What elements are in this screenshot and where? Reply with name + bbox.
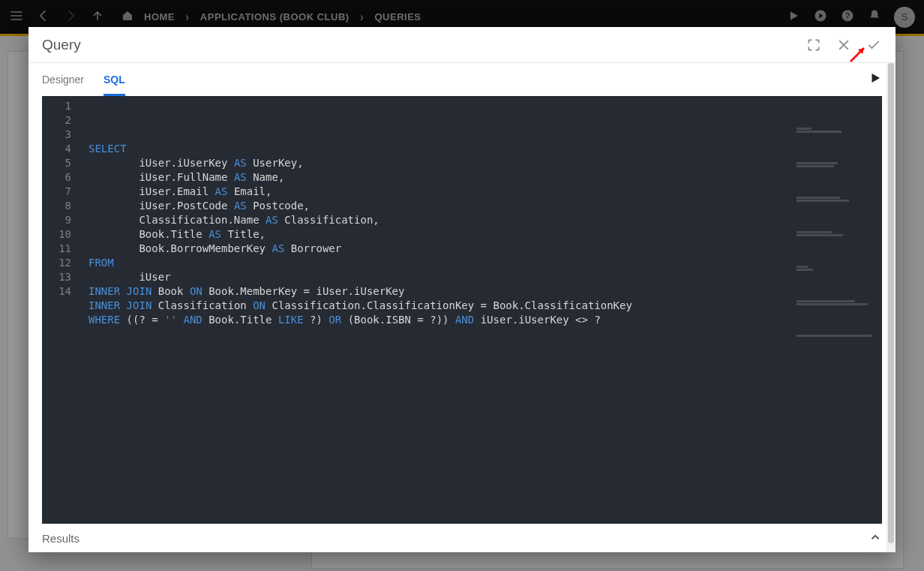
scrollbar-thumb[interactable] — [888, 63, 894, 543]
code-area[interactable]: SELECT iUser.iUserKey AS UserKey, iUser.… — [81, 96, 882, 524]
query-modal: Query Designer SQL 1234567891011121314 — [28, 27, 896, 552]
modal-tabs: Designer SQL — [28, 63, 896, 96]
modal-header: Query — [28, 27, 896, 63]
tab-sql[interactable]: SQL — [104, 63, 125, 96]
results-label: Results — [42, 532, 80, 545]
fullscreen-icon[interactable] — [806, 37, 822, 53]
run-query-button[interactable] — [868, 71, 882, 88]
close-icon[interactable] — [836, 37, 852, 53]
line-gutter: 1234567891011121314 — [42, 96, 81, 524]
results-panel-header[interactable]: Results — [28, 524, 896, 552]
modal-scrollbar[interactable] — [886, 63, 896, 552]
chevron-up-icon[interactable] — [868, 530, 882, 546]
sql-editor[interactable]: 1234567891011121314 SELECT iUser.iUserKe… — [42, 96, 882, 524]
modal-title: Query — [42, 37, 81, 53]
confirm-check-icon[interactable] — [866, 37, 882, 53]
tab-designer[interactable]: Designer — [42, 63, 84, 96]
